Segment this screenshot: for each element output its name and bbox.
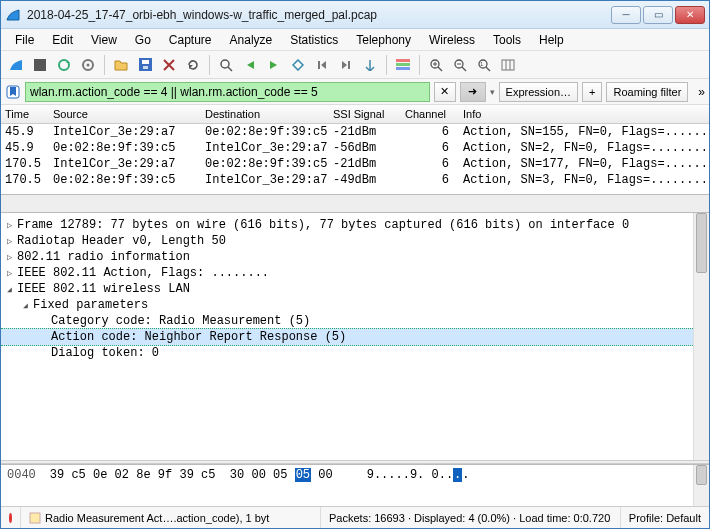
hex-bytes[interactable]: 39 c5 0e 02 8e 9f 39 c5 30 00 05 05 00 bbox=[50, 468, 333, 482]
col-channel[interactable]: Channel bbox=[401, 108, 459, 120]
open-file-icon[interactable] bbox=[110, 54, 132, 76]
packet-bytes-pane[interactable]: 0040 39 c5 0e 02 8e 9f 39 c5 30 00 05 05… bbox=[1, 464, 709, 506]
svg-rect-10 bbox=[396, 63, 410, 66]
hex-ascii[interactable]: 9.....9. 0.... bbox=[367, 468, 470, 482]
details-scrollbar[interactable] bbox=[693, 213, 709, 460]
colorize-icon[interactable] bbox=[392, 54, 414, 76]
menu-tools[interactable]: Tools bbox=[485, 31, 529, 49]
tree-radio[interactable]: 802.11 radio information bbox=[1, 249, 709, 265]
svg-rect-6 bbox=[143, 66, 148, 69]
hex-scrollbar[interactable] bbox=[693, 465, 709, 506]
close-file-icon[interactable] bbox=[158, 54, 180, 76]
menu-edit[interactable]: Edit bbox=[44, 31, 81, 49]
filter-apply-button[interactable]: ➜ bbox=[460, 82, 486, 102]
svg-line-13 bbox=[438, 67, 442, 71]
tree-radiotap[interactable]: Radiotap Header v0, Length 50 bbox=[1, 233, 709, 249]
display-filter-input[interactable] bbox=[25, 82, 430, 102]
tree-dialog-token[interactable]: Dialog token: 0 bbox=[1, 345, 709, 361]
menu-view[interactable]: View bbox=[83, 31, 125, 49]
packet-list-header[interactable]: Time Source Destination SSI Signal Chann… bbox=[1, 105, 709, 124]
capture-stop-icon[interactable] bbox=[29, 54, 51, 76]
menu-file[interactable]: File bbox=[7, 31, 42, 49]
filter-expression-button[interactable]: Expression… bbox=[499, 82, 578, 102]
tree-frame[interactable]: Frame 12789: 77 bytes on wire (616 bits)… bbox=[1, 217, 709, 233]
reload-icon[interactable] bbox=[182, 54, 204, 76]
app-window: 2018-04-25_17-47_orbi-ebh_windows-w_traf… bbox=[0, 0, 710, 529]
tree-category-code[interactable]: Category code: Radio Measurement (5) bbox=[1, 313, 709, 329]
resize-columns-icon[interactable] bbox=[497, 54, 519, 76]
filter-bookmark-icon[interactable] bbox=[5, 84, 21, 100]
window-title: 2018-04-25_17-47_orbi-ebh_windows-w_traf… bbox=[27, 8, 611, 22]
autoscroll-icon[interactable] bbox=[359, 54, 381, 76]
menu-analyze[interactable]: Analyze bbox=[222, 31, 281, 49]
svg-line-15 bbox=[462, 67, 466, 71]
status-profile[interactable]: Profile: Default bbox=[621, 507, 709, 528]
col-time[interactable]: Time bbox=[1, 108, 49, 120]
go-back-icon[interactable] bbox=[239, 54, 261, 76]
filter-history-dropdown[interactable]: ▾ bbox=[490, 87, 495, 97]
col-destination[interactable]: Destination bbox=[201, 108, 329, 120]
capture-options-icon[interactable] bbox=[77, 54, 99, 76]
titlebar[interactable]: 2018-04-25_17-47_orbi-ebh_windows-w_traf… bbox=[1, 1, 709, 29]
save-icon[interactable] bbox=[134, 54, 156, 76]
statusbar: Radio Measurement Act….action_code), 1 b… bbox=[1, 506, 709, 528]
menu-help[interactable]: Help bbox=[531, 31, 572, 49]
packet-list-pane: Time Source Destination SSI Signal Chann… bbox=[1, 105, 709, 195]
hex-offset: 0040 bbox=[7, 468, 36, 482]
find-icon[interactable] bbox=[215, 54, 237, 76]
filter-add-button[interactable]: + bbox=[582, 82, 602, 102]
menu-go[interactable]: Go bbox=[127, 31, 159, 49]
capture-restart-icon[interactable] bbox=[53, 54, 75, 76]
col-ssi[interactable]: SSI Signal bbox=[329, 108, 401, 120]
svg-rect-5 bbox=[142, 60, 149, 64]
tree-wlan[interactable]: IEEE 802.11 wireless LAN bbox=[1, 281, 709, 297]
capture-start-icon[interactable] bbox=[5, 54, 27, 76]
packet-row[interactable]: 45.90e:02:8e:9f:39:c5IntelCor_3e:29:a7-5… bbox=[1, 140, 709, 156]
svg-rect-0 bbox=[34, 59, 46, 71]
filter-clear-button[interactable]: ✕ bbox=[434, 82, 456, 102]
tree-action-code[interactable]: Action code: Neighbor Report Response (5… bbox=[1, 328, 709, 346]
svg-rect-23 bbox=[30, 513, 40, 523]
packet-row[interactable]: 170.5IntelCor_3e:29:a70e:02:8e:9f:39:c5-… bbox=[1, 156, 709, 172]
last-packet-icon[interactable] bbox=[335, 54, 357, 76]
notepad-icon bbox=[29, 512, 41, 524]
close-button[interactable]: ✕ bbox=[675, 6, 705, 24]
svg-rect-4 bbox=[139, 58, 152, 71]
svg-point-7 bbox=[221, 60, 229, 68]
tree-action[interactable]: IEEE 802.11 Action, Flags: ........ bbox=[1, 265, 709, 281]
col-source[interactable]: Source bbox=[49, 108, 201, 120]
minimize-button[interactable]: ─ bbox=[611, 6, 641, 24]
menu-capture[interactable]: Capture bbox=[161, 31, 220, 49]
wireshark-icon bbox=[5, 7, 21, 23]
svg-rect-19 bbox=[502, 60, 514, 70]
menu-telephony[interactable]: Telephony bbox=[348, 31, 419, 49]
main-toolbar: 1 bbox=[1, 51, 709, 79]
svg-point-3 bbox=[87, 63, 90, 66]
maximize-button[interactable]: ▭ bbox=[643, 6, 673, 24]
hex-selected-byte: 05 bbox=[295, 468, 311, 482]
menu-statistics[interactable]: Statistics bbox=[282, 31, 346, 49]
first-packet-icon[interactable] bbox=[311, 54, 333, 76]
col-info[interactable]: Info bbox=[459, 108, 709, 120]
svg-line-8 bbox=[228, 67, 232, 71]
zoom-out-icon[interactable] bbox=[449, 54, 471, 76]
svg-rect-11 bbox=[396, 67, 410, 70]
go-forward-icon[interactable] bbox=[263, 54, 285, 76]
toolbar-overflow-icon[interactable]: » bbox=[698, 85, 705, 99]
svg-line-17 bbox=[486, 67, 490, 71]
zoom-reset-icon[interactable]: 1 bbox=[473, 54, 495, 76]
roaming-filter-button[interactable]: Roaming filter bbox=[606, 82, 688, 102]
packet-row[interactable]: 170.50e:02:8e:9f:39:c5IntelCor_3e:29:a7-… bbox=[1, 172, 709, 188]
menu-wireless[interactable]: Wireless bbox=[421, 31, 483, 49]
packet-details-pane: Frame 12789: 77 bytes on wire (616 bits)… bbox=[1, 213, 709, 460]
expert-info-icon[interactable] bbox=[9, 513, 12, 523]
status-packet-counts[interactable]: Packets: 16693 · Displayed: 4 (0.0%) · L… bbox=[321, 507, 621, 528]
tree-fixed-parameters[interactable]: Fixed parameters bbox=[1, 297, 709, 313]
packet-row[interactable]: 45.9IntelCor_3e:29:a70e:02:8e:9f:39:c5-2… bbox=[1, 124, 709, 140]
zoom-in-icon[interactable] bbox=[425, 54, 447, 76]
status-field-info[interactable]: Radio Measurement Act….action_code), 1 b… bbox=[21, 507, 321, 528]
svg-rect-9 bbox=[396, 59, 410, 62]
display-filter-bar: ✕ ➜ ▾ Expression… + Roaming filter » bbox=[1, 79, 709, 105]
go-to-packet-icon[interactable] bbox=[287, 54, 309, 76]
svg-text:1: 1 bbox=[480, 61, 484, 67]
